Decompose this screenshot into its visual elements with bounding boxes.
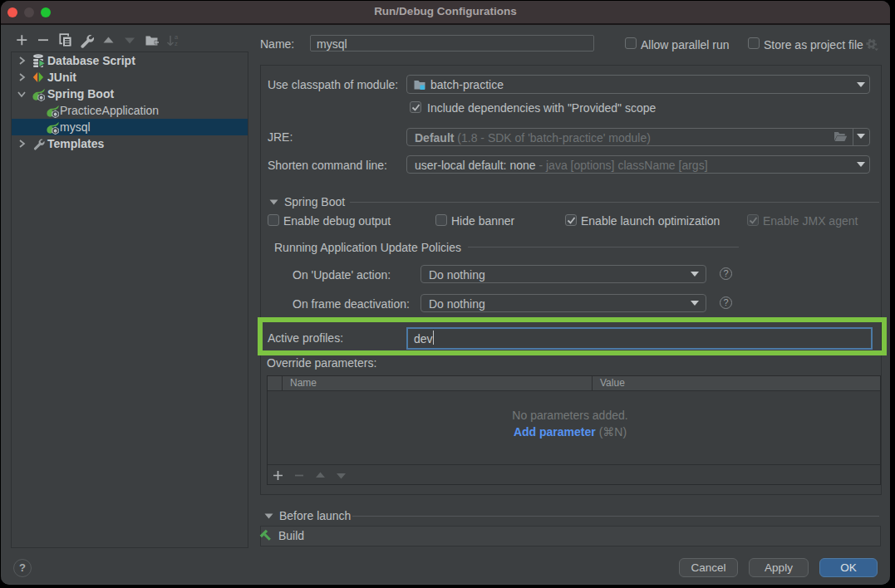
svg-text:z: z xyxy=(175,40,178,47)
